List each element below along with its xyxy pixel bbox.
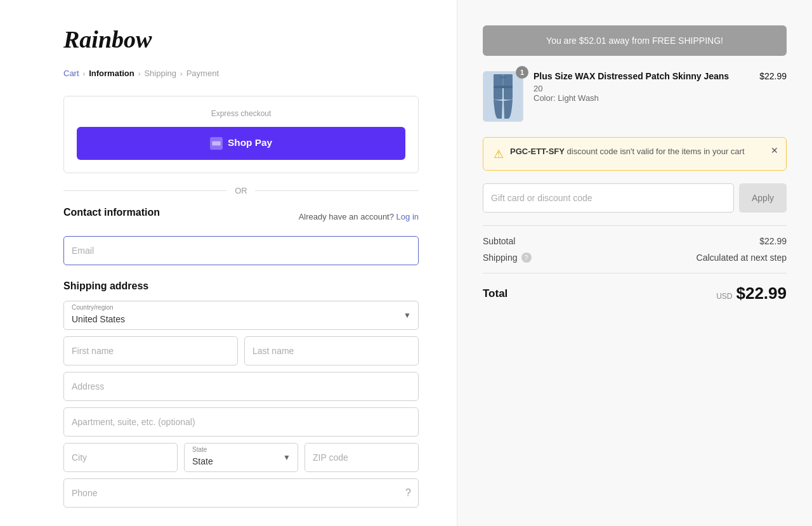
apt-input[interactable] [63,407,419,437]
state-select-wrapper: State State Alabama Alaska California Ne… [184,443,298,472]
first-name-group [63,336,238,365]
phone-input[interactable] [63,478,419,508]
product-name: Plus Size WAX Distressed Patch Skinny Je… [534,71,749,81]
discount-close-icon[interactable]: ✕ [771,145,778,155]
shipping-help-icon[interactable]: ? [521,253,532,263]
discount-message: discount code isn't valid for the items … [567,147,745,156]
breadcrumb-sep-2: › [138,70,141,77]
svg-text:Shop Pay: Shop Pay [228,137,272,148]
contact-title: Contact information [63,207,160,218]
state-select[interactable]: State Alabama Alaska California New York… [184,443,298,472]
total-price: $22.99 [736,284,787,303]
express-checkout-label: Express checkout [77,109,405,118]
product-item: 1 Plus Size WAX Distressed Patch Skinny … [483,71,787,122]
jeans-icon [490,74,516,119]
email-input[interactable] [63,236,419,265]
city-state-zip-row: State State Alabama Alaska California Ne… [63,443,419,472]
country-group: Country/region United States Canada ▼ [63,301,419,330]
breadcrumb-information: Information [89,69,134,78]
name-row [63,336,419,365]
last-name-input[interactable] [244,336,419,365]
account-hint: Already have an account? Log in [299,212,419,221]
logo: Rainbow [63,25,419,53]
shipping-value: Calculated at next step [697,253,787,263]
apt-group [63,407,419,437]
gift-code-input[interactable] [483,183,734,213]
total-price-wrapper: USD $22.99 [716,284,787,303]
total-label: Total [483,287,508,300]
country-select-wrapper: Country/region United States Canada ▼ [63,301,419,330]
first-name-input[interactable] [63,336,238,365]
city-input[interactable] [63,443,178,472]
product-quantity-badge: 1 [516,66,528,79]
shipping-label-wrapper: Shipping ? [483,253,532,263]
express-checkout-section: Express checkout Shop Pay [63,96,419,173]
total-row: Total USD $22.99 [483,273,787,303]
or-divider: OR [63,186,419,195]
phone-group: ? [63,478,419,508]
product-image-wrapper: 1 [483,71,523,122]
warning-icon: ⚠ [494,147,504,161]
subtotal-row: Subtotal $22.99 [483,236,787,246]
breadcrumb-payment: Payment [187,69,219,78]
state-group: State State Alabama Alaska California Ne… [184,443,298,472]
price-rows: Subtotal $22.99 Shipping ? Calculated at… [483,225,787,263]
free-shipping-banner: You are $52.01 away from FREE SHIPPING! [483,25,787,56]
discount-alert: ⚠ PGC-ETT-SFY discount code isn't valid … [483,137,787,171]
subtotal-label: Subtotal [483,236,515,246]
gift-code-row: Apply [483,183,787,213]
zip-input[interactable] [304,443,419,472]
shipping-row: Shipping ? Calculated at next step [483,253,787,263]
shop-pay-label: Shop Pay [228,136,272,151]
zip-group [304,443,419,472]
login-link[interactable]: Log in [396,212,419,221]
last-name-group [244,336,419,365]
breadcrumb-cart[interactable]: Cart [63,69,79,78]
total-currency: USD [716,292,732,301]
product-image [483,71,523,122]
product-size: 20 [534,84,749,93]
breadcrumb-sep-3: › [180,70,183,77]
right-panel: You are $52.01 away from FREE SHIPPING! … [457,0,812,526]
contact-section-header: Contact information Already have an acco… [63,207,419,227]
product-color: Color: Light Wash [534,93,749,103]
discount-code: PGC-ETT-SFY [510,147,565,156]
address-group [63,372,419,401]
breadcrumb-sep-1: › [83,70,86,77]
email-group [63,236,419,265]
breadcrumb-shipping: Shipping [144,69,176,78]
product-price: $22.99 [759,71,787,81]
breadcrumb: Cart › Information › Shipping › Payment [63,69,419,78]
shop-pay-button[interactable]: Shop Pay [77,127,405,160]
shop-pay-logo: Shop Pay [228,136,272,148]
discount-text: PGC-ETT-SFY discount code isn't valid fo… [510,147,776,156]
svg-rect-5 [494,86,513,88]
city-group [63,443,178,472]
left-panel: Rainbow Cart › Information › Shipping › … [0,0,457,526]
product-info: Plus Size WAX Distressed Patch Skinny Je… [534,71,749,103]
shop-pay-icon [210,137,223,150]
address-input[interactable] [63,372,419,401]
phone-help-icon[interactable]: ? [405,487,411,499]
shipping-title: Shipping address [63,280,419,292]
subtotal-value: $22.99 [759,236,787,246]
shipping-label: Shipping [483,253,518,263]
country-select[interactable]: United States Canada [63,301,419,330]
apply-button[interactable]: Apply [739,183,787,213]
